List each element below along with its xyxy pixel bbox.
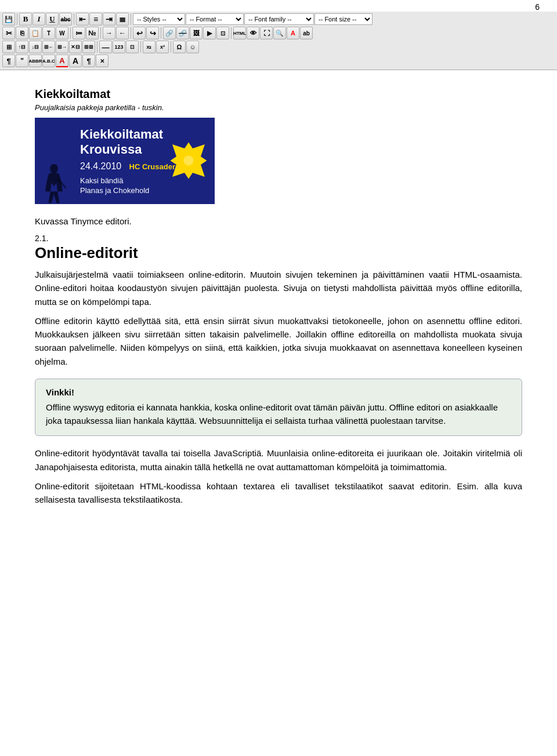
hint-box: Vinkki! Offline wyswyg editoria ei kanna… (35, 379, 522, 437)
section-number: 2.1. (35, 234, 522, 243)
svg-point-0 (50, 164, 58, 173)
toolbar-row-3: ⊞ ↑⊟ ↓⊟ ⊞← ⊞→ ✕⊟ ⊞⊞ — 123 ⊡ x₂ x² Ω ☺ (2, 41, 555, 53)
char-count-button[interactable]: 123 (113, 41, 125, 53)
toolbar-separator (161, 27, 161, 39)
page-number: 6 (0, 0, 557, 12)
styles-select[interactable]: -- Styles -- (133, 13, 185, 25)
toolbar-separator (74, 13, 74, 25)
body-paragraph-1: Julkaisujärjestelmä vaatii toimiakseen o… (35, 268, 522, 308)
emoji-button[interactable]: ☺ (186, 41, 199, 53)
align-justify-button[interactable]: ≣ (116, 13, 129, 26)
cut-button[interactable]: ✂ (2, 27, 15, 39)
special-chars-button[interactable]: Ω (173, 41, 186, 53)
hint-title: Vinkki! (46, 387, 511, 397)
font-family-select[interactable]: -- Font family -- (244, 13, 314, 25)
col-left-button[interactable]: ⊞← (42, 41, 55, 53)
fontcolor-button[interactable]: A (287, 27, 299, 39)
table-insert-button[interactable]: ⊞ (2, 41, 15, 53)
underline-button[interactable]: U (46, 13, 59, 26)
toolbar-separator (171, 41, 171, 53)
body-paragraph-2: Offline editorin käyttö edellyttää sitä,… (35, 314, 522, 368)
maltese-cross-icon (168, 140, 209, 181)
link-button[interactable]: 🔗 (163, 27, 176, 39)
article-title: Kiekkoiltamat (35, 88, 522, 101)
html-button[interactable]: HTML (233, 27, 246, 39)
align-right-button[interactable]: ⇥ (103, 13, 115, 26)
body-paragraph-4: Online-editorit sijoitetaan HTML-koodiss… (35, 479, 522, 507)
paste-button[interactable]: 📋 (29, 27, 42, 39)
row-below-button[interactable]: ↓⊟ (29, 41, 42, 53)
fullscreen-button[interactable]: ⛶ (260, 27, 273, 39)
col-right-button[interactable]: ⊞→ (56, 41, 68, 53)
unordered-list-button[interactable]: ≔ (73, 27, 85, 39)
hint-text: Offline wyswyg editoria ei kannata hankk… (46, 401, 511, 428)
banner-bands-names: Planas ja Chokehold (80, 186, 203, 195)
toolbar: 💾 B I U abc ⇤ ≡ ⇥ ≣ -- Styles -- -- Form… (0, 12, 557, 70)
unlink-button[interactable]: 🔗 (176, 27, 189, 39)
paste-word-button[interactable]: W (56, 27, 68, 39)
outdent-button[interactable]: ← (116, 27, 129, 39)
font-color-a-button[interactable]: A (56, 54, 68, 67)
row-above-button[interactable]: ↑⊟ (16, 41, 28, 53)
page-content: Kiekkoiltamat Puujalkaisia pakkeja parke… (17, 70, 540, 524)
strikethrough-button[interactable]: abc (59, 13, 72, 26)
abbr-button[interactable]: ABBR (29, 54, 42, 67)
bgcolor-button[interactable]: ab (300, 27, 313, 39)
ordered-list-button[interactable]: № (86, 27, 99, 39)
toolbar-separator (100, 27, 101, 39)
align-center-button[interactable]: ≡ (89, 13, 102, 26)
image-caption: Kuvassa Tinymce editori. (35, 215, 522, 228)
section-heading: Online-editorit (35, 244, 522, 262)
bold-button[interactable]: B (19, 13, 32, 26)
redo-button[interactable]: ↪ (146, 27, 159, 39)
toolbar-row-4: ¶ " ABBR A.B.C A A ¶ ✕ (2, 54, 555, 67)
toolbar-row-2: ✂ ⎘ 📋 T W ≔ № → ← ↩ ↪ 🔗 🔗 🖼 ▶ ⊡ HTML 👁 ⛶… (2, 27, 555, 39)
toolbar-row-1: 💾 B I U abc ⇤ ≡ ⇥ ≣ -- Styles -- -- Form… (2, 13, 555, 26)
save-button[interactable]: 💾 (2, 13, 15, 26)
align-left-button[interactable]: ⇤ (76, 13, 89, 26)
font-size-select[interactable]: -- Font size -- (314, 13, 372, 25)
hr-button[interactable]: — (99, 41, 112, 53)
undo-button[interactable]: ↩ (133, 27, 146, 39)
abc-button[interactable]: A.B.C (42, 54, 55, 67)
copy-button[interactable]: ⎘ (16, 27, 28, 39)
italic-button[interactable]: I (32, 13, 45, 26)
merge-cells-button[interactable]: ⊞⊞ (82, 41, 95, 53)
paragraph-button[interactable]: ¶ (2, 54, 15, 67)
toolbar-separator (17, 13, 17, 25)
event-banner: Kiekkoiltamat Krouvissa 24.4.2010 HC Cru… (35, 118, 215, 204)
table-props-button[interactable]: ⊡ (126, 41, 139, 53)
subscript-button[interactable]: x₂ (143, 41, 155, 53)
svg-point-2 (184, 156, 194, 166)
paste-text-button[interactable]: T (42, 27, 55, 39)
toolbar-separator (70, 27, 71, 39)
superscript-button[interactable]: x² (156, 41, 169, 53)
silhouette-icon (39, 163, 68, 204)
toolbar-separator (140, 41, 141, 53)
template-button[interactable]: ⊡ (216, 27, 229, 39)
font-color-a2-button[interactable]: A (69, 54, 82, 67)
block-quote-button[interactable]: " (16, 54, 28, 67)
image-button[interactable]: 🖼 (190, 27, 202, 39)
media-button[interactable]: ▶ (203, 27, 216, 39)
toolbar-separator (131, 27, 131, 39)
body-paragraph-3: Online-editorit hyödyntävät tavalla tai … (35, 446, 522, 474)
article-subtitle: Puujalkaisia pakkeja parketilla - tuskin… (35, 103, 522, 112)
remove-format-button[interactable]: ✕ (96, 54, 108, 67)
indent-button[interactable]: → (103, 27, 115, 39)
show-blocks-button[interactable]: ¶ (82, 54, 95, 67)
toolbar-separator (97, 41, 97, 53)
format-select[interactable]: -- Format -- (186, 13, 244, 25)
toolbar-separator (231, 27, 232, 39)
spellcheck-button[interactable]: 🔍 (273, 27, 286, 39)
toolbar-separator (131, 13, 131, 25)
delete-row-button[interactable]: ✕⊟ (69, 41, 82, 53)
preview-button[interactable]: 👁 (247, 27, 259, 39)
